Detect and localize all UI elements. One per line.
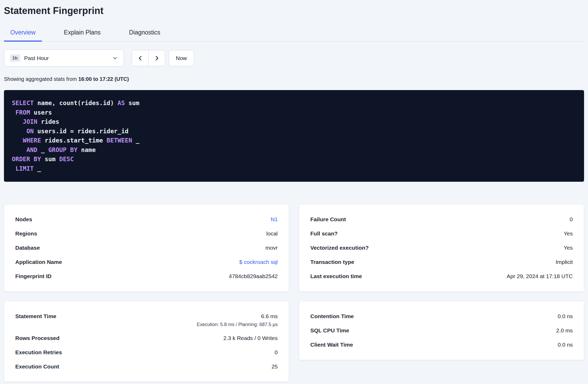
- now-button[interactable]: Now: [169, 50, 194, 66]
- detail-value: 0.0 ns: [558, 341, 573, 348]
- detail-value: Apr 29, 2024 at 17:18 UTC: [507, 273, 573, 280]
- detail-label: Database: [15, 244, 40, 251]
- sql-code: SELECT name, count(rides.id) AS sum FROM…: [12, 99, 576, 173]
- detail-label: Vectorized execution?: [310, 244, 369, 251]
- detail-row: Execution Retries 0: [15, 345, 278, 360]
- chevron-right-icon: [154, 55, 160, 61]
- detail-row: Application Name $ cockroach sql: [15, 255, 278, 269]
- tab[interactable]: Explain Plans: [58, 26, 107, 41]
- tab-bar: Overview Explain Plans Diagnostics: [4, 26, 584, 42]
- sql-statement-block: SELECT name, count(rides.id) AS sum FROM…: [4, 90, 584, 182]
- stats-summary: Showing aggregated stats from 16:00 to 1…: [4, 76, 584, 82]
- detail-row: Contention Time 0.0 ns: [310, 309, 573, 323]
- statement-time-card: Statement Time 6.6 ms Execution: 5.8 ms …: [4, 301, 289, 382]
- detail-label: Last execution time: [310, 273, 362, 280]
- time-range-dropdown[interactable]: 1h Past Hour: [4, 50, 124, 67]
- detail-label: Transaction type: [310, 259, 354, 265]
- detail-row: SQL CPU Time 2.0 ms: [310, 323, 573, 338]
- detail-row: Database movr: [15, 241, 278, 255]
- detail-value: 25: [272, 363, 278, 370]
- detail-row: Rows Processed 2.3 k Reads / 0 Writes: [15, 331, 278, 345]
- detail-row: Fingerprint ID 4784cb829aab2542: [15, 269, 278, 283]
- detail-label: Failure Count: [310, 216, 346, 223]
- detail-row: Client Wait Time 0.0 ns: [310, 338, 573, 352]
- tab[interactable]: Overview: [4, 26, 42, 41]
- tab-label: Diagnostics: [129, 29, 160, 36]
- execution-attributes-card: Failure Count 0 Full scan? Yes Vecto: [299, 204, 584, 292]
- page-title: Statement Fingerprint: [4, 5, 584, 16]
- detail-value[interactable]: $ cockroach sql: [239, 259, 278, 265]
- next-range-button[interactable]: [148, 50, 165, 66]
- wait-time-card: Contention Time 0.0 ns SQL CPU Time 2.0 …: [299, 301, 584, 360]
- detail-row: Execution Count 25: [15, 360, 278, 374]
- detail-value: 2.3 k Reads / 0 Writes: [223, 335, 278, 342]
- detail-value: 4784cb829aab2542: [229, 273, 278, 280]
- page-container: Statement Fingerprint Overview Explain P…: [0, 0, 588, 382]
- tab[interactable]: Diagnostics: [123, 26, 167, 41]
- detail-label: Client Wait Time: [310, 341, 353, 348]
- detail-row: Nodes N1: [15, 212, 278, 227]
- detail-value: 2.0 ms: [556, 327, 573, 334]
- time-nav-group: [132, 50, 165, 66]
- detail-value: Yes: [564, 230, 573, 237]
- detail-label: Execution Count: [15, 363, 59, 370]
- cards-grid: Nodes N1 Regions local Database: [4, 204, 584, 382]
- chevron-left-icon: [137, 55, 143, 61]
- detail-label: SQL CPU Time: [310, 327, 349, 334]
- detail-row: Failure Count 0: [310, 212, 573, 227]
- stats-summary-prefix: Showing aggregated stats from: [4, 76, 77, 82]
- detail-row: Transaction type Implicit: [310, 255, 573, 269]
- detail-value: 0.0 ns: [558, 313, 573, 320]
- detail-value: 0: [275, 349, 278, 356]
- prev-range-button[interactable]: [132, 50, 148, 66]
- detail-row: Regions local: [15, 227, 278, 241]
- detail-label: Rows Processed: [15, 335, 59, 342]
- detail-label: Application Name: [15, 259, 62, 265]
- details-card: Nodes N1 Regions local Database: [4, 204, 289, 292]
- detail-value: local: [266, 230, 278, 237]
- tab-label: Overview: [10, 29, 36, 36]
- detail-label: Full scan?: [310, 230, 338, 237]
- detail-row: Vectorized execution? Yes: [310, 241, 573, 255]
- detail-value: 0: [570, 216, 573, 223]
- detail-label: Fingerprint ID: [15, 273, 52, 280]
- tab-label: Explain Plans: [64, 29, 101, 36]
- detail-label: Regions: [15, 230, 37, 237]
- detail-value: movr: [265, 244, 278, 251]
- detail-value: 6.6 ms: [261, 313, 278, 320]
- detail-row: Last execution time Apr 29, 2024 at 17:1…: [310, 269, 573, 283]
- detail-row: Statement Time 6.6 ms Execution: 5.8 ms …: [15, 309, 278, 331]
- detail-label: Nodes: [15, 216, 32, 223]
- detail-value[interactable]: N1: [271, 216, 278, 223]
- detail-value: Yes: [564, 244, 573, 251]
- detail-label: Statement Time: [15, 313, 56, 320]
- detail-row: Full scan? Yes: [310, 227, 573, 241]
- detail-label: Execution Retries: [15, 349, 62, 356]
- detail-label: Contention Time: [310, 313, 354, 320]
- time-range-label: Past Hour: [24, 55, 112, 61]
- time-range-badge: 1h: [10, 55, 20, 62]
- detail-sub-value: Execution: 5.8 ms / Planning: 687.5 µs: [197, 322, 278, 327]
- chevron-down-icon: [112, 55, 118, 61]
- time-controls: 1h Past Hour Now: [4, 50, 584, 67]
- detail-value: Implicit: [556, 259, 573, 265]
- stats-summary-range: 16:00 to 17:22 (UTC): [78, 76, 129, 82]
